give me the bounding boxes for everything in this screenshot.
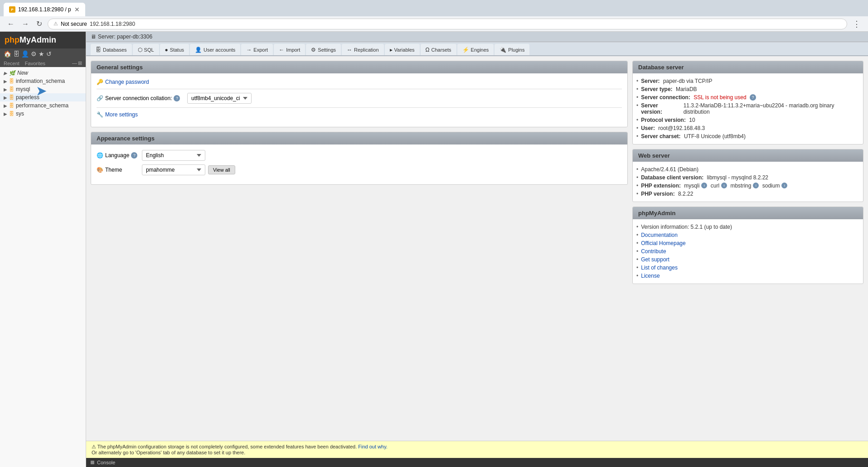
tab-close-button[interactable]: ✕: [74, 6, 80, 13]
theme-select-wrap: pmahomme View all: [142, 164, 235, 175]
collapse-button[interactable]: —: [72, 60, 77, 66]
get-support-link[interactable]: Get support: [641, 256, 669, 263]
tab-import[interactable]: ← Import: [274, 44, 305, 55]
engines-icon: ⚡: [462, 47, 469, 53]
language-info-icon[interactable]: ?: [131, 152, 137, 159]
more-settings-link[interactable]: 🔧 More settings: [97, 111, 138, 118]
forward-button[interactable]: →: [20, 18, 31, 30]
tab-databases-label: Databases: [103, 47, 127, 53]
tab-user-accounts[interactable]: 👤 User accounts: [190, 44, 240, 55]
sodium-info-icon[interactable]: i: [781, 183, 787, 188]
db-sys[interactable]: ▶ 🗄 sys: [0, 110, 86, 118]
db-icon: 🗄: [9, 103, 14, 108]
address-bar[interactable]: ⚠ Not secure 192.168.1.18:2980: [48, 19, 847, 29]
documentation-link[interactable]: Documentation: [641, 232, 678, 238]
favorites-link[interactable]: Favorites: [25, 61, 45, 66]
tab-plugins[interactable]: 🔌 Plugins: [495, 44, 529, 55]
sidebar: phpMyAdmin 🏠 🗄 👤 ⚙ ★ ↺ Recent Favorites …: [0, 32, 86, 467]
db-mysql[interactable]: ▶ 🗄 mysql ➤: [0, 85, 86, 93]
list-of-changes-link[interactable]: List of changes: [641, 265, 678, 271]
find-out-why-link[interactable]: Find out why.: [358, 444, 388, 449]
database-server-header: Database server: [633, 61, 863, 73]
view-all-button[interactable]: View all: [208, 165, 235, 174]
db-paperless[interactable]: ▶ 🗄 paperless: [0, 93, 86, 101]
tab-status[interactable]: ● Status: [160, 44, 189, 55]
import-icon: ←: [279, 47, 284, 53]
collation-select[interactable]: utf8mb4_unicode_ci: [187, 93, 252, 104]
official-homepage-link[interactable]: Official Homepage: [641, 240, 686, 246]
tab-sql[interactable]: ⬡ SQL: [133, 44, 159, 55]
security-icon: ⚠: [53, 21, 58, 27]
sidebar-db-list: ▶ 🌿 New ▶ 🗄 information_schema ▶ 🗄 mysql…: [0, 67, 86, 467]
php-ext-sodium: sodium: [762, 183, 780, 189]
home-icon[interactable]: 🏠: [4, 50, 11, 58]
logo-myadmin: MyAdmin: [19, 35, 56, 44]
web-server-list: Apache/2.4.61 (Debian) Database client v…: [633, 162, 863, 202]
collation-info-icon[interactable]: ?: [174, 95, 180, 101]
contribute-link[interactable]: Contribute: [641, 248, 666, 255]
mysqli-info-icon[interactable]: i: [701, 183, 707, 188]
theme-row: 🎨 Theme pmahomme View all: [97, 164, 622, 175]
tab-user-accounts-label: User accounts: [204, 47, 235, 53]
db-information-schema[interactable]: ▶ 🗄 information_schema: [0, 77, 86, 85]
tab-export[interactable]: → Export: [241, 44, 273, 55]
refresh-icon[interactable]: ↺: [46, 50, 52, 58]
database-server-panel: Database server Server: paper-db via TCP…: [632, 61, 863, 144]
tab-settings[interactable]: ⚙ Settings: [306, 44, 341, 55]
more-settings-label: More settings: [105, 111, 138, 118]
warning-icon: ⚠: [92, 444, 96, 449]
section-divider-2: [97, 107, 622, 108]
expand-icon: ▶: [4, 87, 7, 92]
collation-icon: 🔗: [97, 95, 103, 101]
browser-toolbar: ← → ↻ ⚠ Not secure 192.168.1.18:2980 ⋮: [0, 16, 868, 32]
php-version-value: 8.2.22: [678, 191, 693, 197]
settings-tab-icon: ⚙: [311, 47, 316, 53]
db-performance-schema[interactable]: ▶ 🗄 performance_schema: [0, 101, 86, 110]
account-icon[interactable]: 👤: [21, 50, 29, 58]
web-server-header: Web server: [633, 149, 863, 162]
recent-link[interactable]: Recent: [4, 61, 19, 66]
language-select[interactable]: English: [142, 150, 205, 161]
expand-button[interactable]: ⊞: [78, 60, 82, 66]
sidebar-logo: phpMyAdmin: [0, 32, 86, 48]
official-homepage-item: Official Homepage: [636, 239, 859, 247]
php-ext-mbstring: mbstring: [730, 183, 751, 189]
tab-sql-label: SQL: [144, 47, 154, 53]
tab-databases[interactable]: 🗄 Databases: [91, 44, 132, 55]
change-password-link[interactable]: 🔑 Change password: [97, 79, 149, 85]
content-right: Database server Server: paper-db via TCP…: [632, 61, 863, 436]
database-server-list: Server: paper-db via TCP/IP Server type:…: [633, 73, 863, 144]
tab-export-label: Export: [253, 47, 268, 53]
db-name: mysql: [16, 86, 30, 92]
tab-charsets[interactable]: Ω Charsets: [421, 44, 456, 55]
db-new-icon: 🌿: [9, 70, 15, 76]
star-icon[interactable]: ★: [39, 50, 44, 58]
phpmyadmin-list: Version information: 5.2.1 (up to date) …: [633, 219, 863, 284]
refresh-button[interactable]: ↻: [34, 18, 44, 30]
tab-variables[interactable]: ▸ Variables: [385, 44, 420, 55]
tab-engines[interactable]: ⚡ Engines: [457, 44, 494, 55]
mbstring-info-icon[interactable]: i: [753, 183, 759, 188]
replication-icon: ↔: [347, 47, 352, 53]
server-charset-item: Server charset: UTF-8 Unicode (utf8mb4): [636, 132, 859, 140]
tab-plugins-label: Plugins: [508, 47, 524, 53]
ssl-info-icon[interactable]: ?: [750, 94, 756, 101]
new-database-item[interactable]: ▶ 🌿 New: [0, 69, 86, 77]
browser-menu-button[interactable]: ⋮: [851, 17, 863, 31]
browser-tab[interactable]: P 192.168.1.18:2980 / p ✕: [4, 3, 85, 16]
db-icon[interactable]: 🗄: [13, 50, 19, 58]
change-password-row: 🔑 Change password: [97, 79, 622, 85]
back-button[interactable]: ←: [5, 18, 16, 30]
variables-icon: ▸: [390, 47, 393, 53]
tab-replication[interactable]: ↔ Replication: [342, 44, 383, 55]
sidebar-recent-fav: Recent Favorites: [4, 61, 45, 66]
export-icon: →: [246, 47, 252, 53]
server-name-item: Server: paper-db via TCP/IP: [636, 77, 859, 85]
theme-select[interactable]: pmahomme: [142, 164, 205, 175]
console-bar[interactable]: Console: [86, 458, 868, 467]
expand-icon: ▶: [4, 79, 7, 84]
protocol-version-item: Protocol version: 10: [636, 116, 859, 124]
settings-icon[interactable]: ⚙: [31, 50, 37, 58]
curl-info-icon[interactable]: i: [721, 183, 727, 188]
license-link[interactable]: License: [641, 273, 659, 279]
